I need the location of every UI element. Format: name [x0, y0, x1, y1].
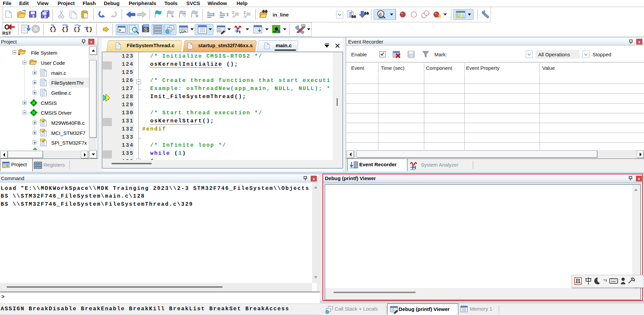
svg-text:t: t: [239, 29, 241, 34]
svg-text:/=: /=: [232, 15, 236, 19]
svg-text:S: S: [144, 27, 148, 33]
svg-text:>_: >_: [119, 28, 124, 33]
svg-text:/x: /x: [243, 15, 247, 19]
svg-text:RST: RST: [2, 31, 11, 36]
svg-text:in_line: in_line: [273, 12, 289, 18]
svg-text:t: t: [415, 165, 416, 170]
svg-text:d: d: [379, 11, 382, 17]
